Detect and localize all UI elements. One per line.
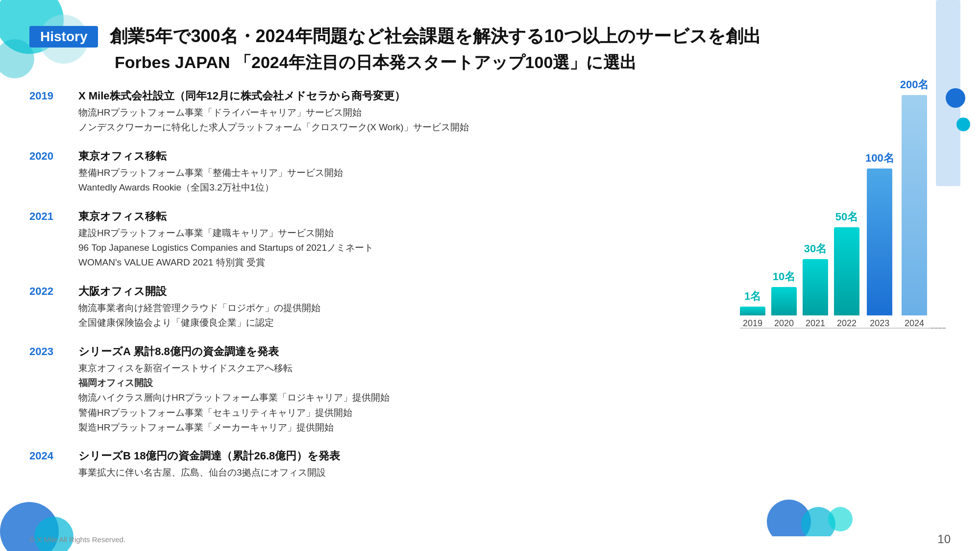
bg-decoration-bottomright <box>764 497 853 536</box>
event-2023-title: シリーズA 累計8.8億円の資金調達を発表 <box>78 344 725 359</box>
event-2020: 東京オフィス移転 整備HRプラットフォーム事業「整備士キャリア」サービス開始 W… <box>78 149 725 195</box>
bar-year-2024: 2024 <box>905 318 924 329</box>
bar-year-2022: 2022 <box>837 318 857 329</box>
bar-rect-2023 <box>867 168 892 315</box>
svg-point-8 <box>828 507 853 531</box>
event-2024: シリーズB 18億円の資金調達（累計26.8億円）を発表 事業拡大に伴い名古屋、… <box>78 449 725 480</box>
bar-2020: 10名 2020 <box>771 269 797 329</box>
content-area: 2019 X Mile株式会社設立（同年12月に株式会社メドセラから商号変更） … <box>29 89 951 494</box>
year-2022: 2022 <box>29 284 64 331</box>
event-2021-detail: 建設HRプラットフォーム事業「建職キャリア」サービス開始 96 Top Japa… <box>78 226 725 270</box>
year-2020: 2020 <box>29 149 64 195</box>
event-2019: X Mile株式会社設立（同年12月に株式会社メドセラから商号変更） 物流HRプ… <box>78 89 725 135</box>
timeline-item-2019: 2019 X Mile株式会社設立（同年12月に株式会社メドセラから商号変更） … <box>29 89 725 135</box>
timeline-item-2024: 2024 シリーズB 18億円の資金調達（累計26.8億円）を発表 事業拡大に伴… <box>29 449 725 480</box>
event-2020-detail: 整備HRプラットフォーム事業「整備士キャリア」サービス開始 Wantedly A… <box>78 166 725 195</box>
timeline: 2019 X Mile株式会社設立（同年12月に株式会社メドセラから商号変更） … <box>29 89 735 494</box>
bar-rect-2021 <box>803 259 828 315</box>
header-title2: Forbes JAPAN 「2024年注目の日本発スタートアップ100選」に選出 <box>115 51 951 74</box>
timeline-item-2023: 2023 シリーズA 累計8.8億円の資金調達を発表 東京オフィスを新宿イースト… <box>29 344 725 435</box>
bar-label-2019: 1名 <box>744 289 761 304</box>
event-2021-title: 東京オフィス移転 <box>78 209 725 224</box>
bar-year-2023: 2023 <box>870 318 889 329</box>
bar-label-2022: 50名 <box>835 210 858 224</box>
event-2019-detail: 物流HRプラットフォーム事業「ドライバーキャリア」サービス開始 ノンデスクワーカ… <box>78 105 725 135</box>
event-2021: 東京オフィス移転 建設HRプラットフォーム事業「建職キャリア」サービス開始 96… <box>78 209 725 270</box>
bar-year-2019: 2019 <box>743 318 762 329</box>
bar-2022: 50名 2022 <box>834 210 859 329</box>
event-2022: 大阪オフィス開設 物流事業者向け経営管理クラウド「ロジポケ」の提供開始 全国健康… <box>78 284 725 331</box>
bar-rect-2019 <box>740 307 765 315</box>
timeline-item-2022: 2022 大阪オフィス開設 物流事業者向け経営管理クラウド「ロジポケ」の提供開始… <box>29 284 725 331</box>
bar-year-2020: 2020 <box>774 318 794 329</box>
bar-2023: 100名 2023 <box>865 151 894 329</box>
timeline-item-2020: 2020 東京オフィス移転 整備HRプラットフォーム事業「整備士キャリア」サービ… <box>29 149 725 195</box>
header-section: History 創業5年で300名・2024年問題など社会課題を解決する10つ以… <box>29 24 951 74</box>
chart-area: 1名 2019 10名 2020 30名 2021 <box>735 89 951 494</box>
page-number: 10 <box>937 532 951 546</box>
chart-dashed-ext <box>931 328 946 329</box>
event-2024-title: シリーズB 18億円の資金調達（累計26.8億円）を発表 <box>78 449 725 463</box>
bar-label-2020: 10名 <box>773 269 795 284</box>
bar-2019: 1名 2019 <box>740 289 765 329</box>
bar-year-2021: 2021 <box>806 318 825 329</box>
event-2020-title: 東京オフィス移転 <box>78 149 725 164</box>
bar-rect-2024 <box>902 95 927 315</box>
year-2019: 2019 <box>29 89 64 135</box>
chart-baseline <box>740 328 946 329</box>
header-title1: 創業5年で300名・2024年問題など社会課題を解決する10つ以上のサービスを創… <box>110 24 760 48</box>
copyright-text: © X Mile All Rights Reserved. <box>29 535 125 544</box>
deco-circle-right-mid <box>956 118 970 131</box>
event-2022-title: 大阪オフィス開設 <box>78 284 725 299</box>
bar-2021: 30名 2021 <box>803 241 828 329</box>
year-2023: 2023 <box>29 344 64 435</box>
year-2021: 2021 <box>29 209 64 270</box>
bar-rect-2020 <box>771 287 797 315</box>
event-2023-detail: 東京オフィスを新宿イーストサイドスクエアへ移転 福岡オフィス開設 物流ハイクラス… <box>78 361 725 435</box>
timeline-item-2021: 2021 東京オフィス移転 建設HRプラットフォーム事業「建職キャリア」サービス… <box>29 209 725 270</box>
event-2019-title: X Mile株式会社設立（同年12月に株式会社メドセラから商号変更） <box>78 89 725 103</box>
bar-label-2024: 200名 <box>900 77 929 92</box>
bar-2024: 200名 2024 <box>900 77 929 329</box>
year-2024: 2024 <box>29 449 64 480</box>
history-badge: History <box>29 26 98 48</box>
event-2024-detail: 事業拡大に伴い名古屋、広島、仙台の3拠点にオフィス開設 <box>78 465 725 480</box>
bar-label-2021: 30名 <box>804 241 827 256</box>
event-2022-detail: 物流事業者向け経営管理クラウド「ロジポケ」の提供開始 全国健康保険協会より「健康… <box>78 301 725 331</box>
event-2023: シリーズA 累計8.8億円の資金調達を発表 東京オフィスを新宿イーストサイドスク… <box>78 344 725 435</box>
bar-rect-2022 <box>834 227 859 315</box>
bar-label-2023: 100名 <box>865 151 894 166</box>
